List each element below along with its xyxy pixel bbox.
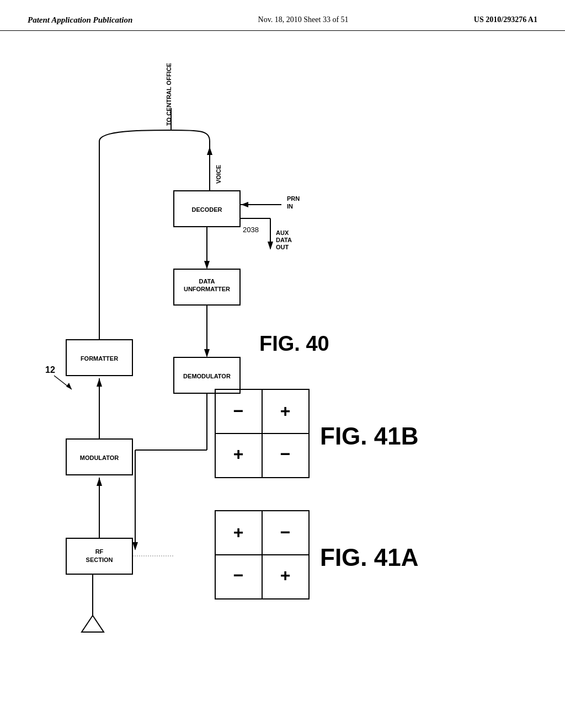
prn-in-label-line2: IN	[287, 203, 293, 210]
aux-data-label2: DATA	[276, 237, 292, 243]
matrix-41b-tr: +	[280, 401, 291, 421]
voice-label: VOICE	[215, 165, 222, 184]
rf-to-mod-arrow	[97, 478, 102, 486]
patent-diagram: 12 RF SECTION MODULATOR FORMATTER TO CEN…	[0, 31, 565, 720]
modulator-label: MODULATOR	[80, 454, 119, 461]
to-central-office-label: TO CENTRAL OFFICE	[166, 63, 172, 126]
patent-number: US 2010/293276 A1	[474, 15, 537, 24]
fig41b-label: FIG. 41B	[320, 422, 419, 449]
fig40-label: FIG. 40	[259, 332, 329, 355]
voice-arrow	[207, 147, 212, 155]
matrix-41a-bl: −	[233, 565, 244, 585]
aux-arrow	[268, 242, 273, 250]
publication-title: Patent Application Publication	[28, 15, 132, 25]
matrix-41a-tl: +	[233, 522, 244, 542]
matrix-41b-tl: −	[233, 401, 244, 421]
antenna-symbol	[82, 615, 104, 632]
matrix-41b-bl: +	[233, 444, 244, 464]
matrix-41a-br: +	[280, 565, 291, 585]
demod-to-rf-arrow	[132, 542, 138, 550]
aux-data-label1: AUX	[276, 229, 289, 236]
matrix-41b-br: −	[280, 444, 291, 464]
duf-to-demod-arrow	[204, 349, 210, 357]
decoder-to-duf-arrow	[204, 261, 210, 269]
central-office-brace	[99, 130, 210, 141]
prn-in-arrow	[241, 202, 248, 207]
sheet-info: Nov. 18, 2010 Sheet 33 of 51	[258, 15, 349, 24]
data-unformatter-label1: DATA	[199, 278, 215, 285]
prn-in-label-line1: PRN	[287, 195, 300, 202]
data-unformatter-label2: UNFORMATTER	[184, 286, 230, 292]
mod-to-fmt-arrow	[97, 378, 102, 387]
aux-data-label3: OUT	[276, 244, 289, 250]
rf-section-label-line2: SECTION	[86, 556, 113, 563]
decoder-label: DECODER	[191, 206, 222, 213]
ref-12-arrowhead	[66, 383, 72, 389]
ref-2038-label: 2038	[243, 226, 259, 234]
fig41a-label: FIG. 41A	[320, 544, 419, 571]
matrix-41a-tr: −	[280, 522, 291, 542]
diagram-area: 12 RF SECTION MODULATOR FORMATTER TO CEN…	[0, 31, 565, 720]
demodulator-label: DEMODULATOR	[183, 373, 231, 379]
rf-section-label-line1: RF	[95, 548, 104, 555]
formatter-label: FORMATTER	[81, 355, 118, 362]
page-header: Patent Application Publication Nov. 18, …	[0, 0, 565, 31]
ref-12-label: 12	[45, 365, 55, 374]
